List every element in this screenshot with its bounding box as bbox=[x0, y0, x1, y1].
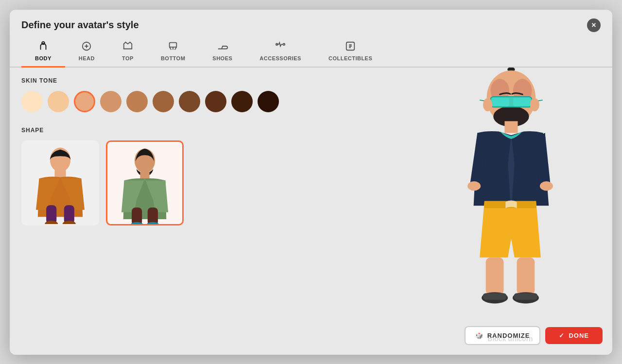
body-tab-label: BODY bbox=[35, 55, 52, 61]
svg-point-4 bbox=[283, 43, 285, 45]
modal-header: Define your avatar's style × bbox=[10, 10, 612, 37]
svg-rect-34 bbox=[486, 258, 504, 295]
skin-tone-7[interactable] bbox=[179, 91, 200, 112]
shape-label: SHAPE bbox=[21, 127, 397, 134]
action-buttons: 🎲 RANDOMIZE ✓ DONE bbox=[465, 326, 603, 345]
svg-point-29 bbox=[483, 98, 492, 111]
svg-rect-25 bbox=[491, 98, 509, 106]
shoes-tab-icon bbox=[217, 41, 228, 53]
svg-rect-39 bbox=[514, 293, 537, 300]
skin-tone-label: SKIN TONE bbox=[21, 77, 397, 84]
shape-option-1[interactable] bbox=[21, 140, 99, 225]
svg-point-30 bbox=[530, 98, 539, 111]
skin-tone-6[interactable] bbox=[153, 91, 174, 112]
accessories-tab-label: ACCESSORIES bbox=[259, 55, 301, 61]
avatar-style-modal: Define your avatar's style × BODY HEAD T… bbox=[10, 10, 612, 355]
skin-tone-2[interactable] bbox=[48, 91, 69, 112]
skin-tone-4[interactable] bbox=[100, 91, 121, 112]
svg-point-32 bbox=[467, 181, 481, 191]
skin-tone-9[interactable] bbox=[231, 91, 253, 112]
modal-title: Define your avatar's style bbox=[21, 19, 139, 31]
svg-rect-2 bbox=[170, 42, 177, 47]
svg-point-33 bbox=[540, 181, 553, 191]
svg-rect-26 bbox=[513, 98, 531, 106]
tab-accessories[interactable]: ACCESSORIES bbox=[246, 37, 315, 68]
modal-body: SKIN TONE SHAPE bbox=[10, 68, 612, 355]
avatar-preview bbox=[428, 68, 593, 338]
svg-rect-35 bbox=[517, 258, 535, 295]
shape-option-2[interactable] bbox=[106, 140, 184, 225]
tabs-bar: BODY HEAD TOP BOTTOM SHOES ACCESSORIES C… bbox=[10, 37, 612, 68]
randomize-label: RANDOMIZE bbox=[487, 332, 530, 339]
top-tab-icon bbox=[122, 41, 133, 53]
svg-rect-15 bbox=[148, 208, 158, 224]
randomize-button[interactable]: 🎲 RANDOMIZE bbox=[465, 326, 541, 345]
collectibles-tab-icon bbox=[345, 41, 356, 53]
shoes-tab-label: SHOES bbox=[212, 55, 232, 61]
done-button[interactable]: ✓ DONE bbox=[545, 327, 603, 344]
done-label: DONE bbox=[569, 332, 589, 339]
tab-shoes[interactable]: SHOES bbox=[199, 37, 246, 68]
head-tab-icon bbox=[81, 41, 92, 53]
left-panel: SKIN TONE SHAPE bbox=[10, 68, 408, 355]
svg-point-3 bbox=[276, 43, 278, 45]
close-button[interactable]: × bbox=[587, 18, 601, 32]
tab-top[interactable]: TOP bbox=[108, 37, 147, 68]
skin-tone-1[interactable] bbox=[21, 91, 43, 112]
tab-bottom[interactable]: BOTTOM bbox=[147, 37, 199, 68]
head-tab-label: HEAD bbox=[79, 55, 95, 61]
bottom-tab-icon bbox=[168, 41, 178, 53]
shape-selector bbox=[21, 140, 397, 225]
collectibles-tab-label: COLLECTIBLES bbox=[328, 55, 372, 61]
skin-tone-10[interactable] bbox=[258, 91, 279, 112]
right-panel: 🎲 RANDOMIZE ✓ DONE Block unicorn bbox=[408, 68, 612, 355]
top-tab-label: TOP bbox=[122, 55, 134, 61]
skin-tone-5[interactable] bbox=[126, 91, 148, 112]
svg-rect-31 bbox=[504, 121, 518, 133]
dice-icon: 🎲 bbox=[475, 332, 484, 339]
skin-tone-3[interactable] bbox=[74, 91, 95, 112]
tab-collectibles[interactable]: COLLECTIBLES bbox=[315, 37, 386, 68]
accessories-tab-icon bbox=[275, 41, 286, 53]
bottom-tab-label: BOTTOM bbox=[161, 55, 185, 61]
tab-head[interactable]: HEAD bbox=[65, 37, 108, 68]
skin-tone-selector bbox=[21, 91, 397, 112]
svg-rect-14 bbox=[132, 208, 142, 224]
check-icon: ✓ bbox=[559, 332, 565, 339]
body-tab-icon bbox=[38, 41, 49, 53]
svg-rect-38 bbox=[483, 293, 506, 300]
skin-tone-8[interactable] bbox=[205, 91, 226, 112]
tab-body[interactable]: BODY bbox=[21, 37, 65, 68]
